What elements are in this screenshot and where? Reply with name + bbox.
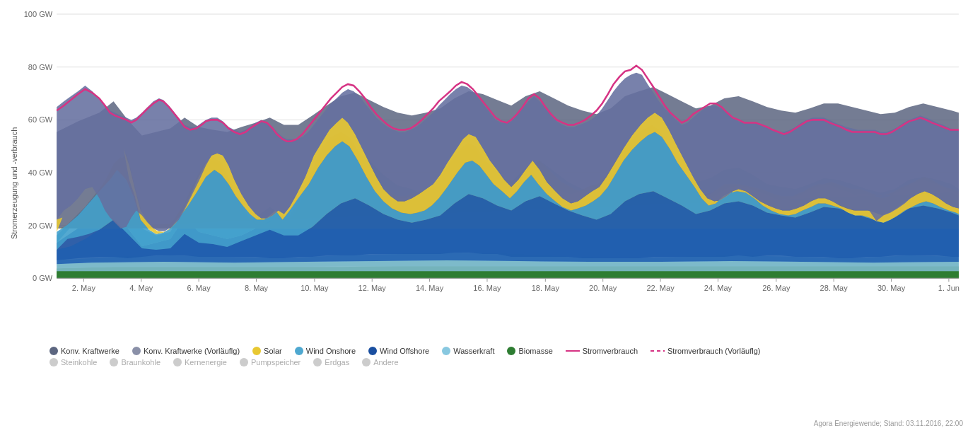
legend-label-biomasse: Biomasse (518, 347, 552, 355)
kernenergie-icon (173, 358, 182, 366)
legend-label-solar: Solar (264, 347, 282, 355)
legend-item-braunkohle: Braunkohle (110, 358, 161, 366)
legend-label-kernenergie: Kernenergie (185, 358, 227, 366)
svg-text:80 GW: 80 GW (28, 63, 53, 71)
svg-text:12. May: 12. May (358, 284, 387, 292)
legend-item-pumpspeicher: Pumpspeicher (240, 358, 301, 366)
legend-label-steinkohle: Steinkohle (61, 358, 97, 366)
braunkohle-icon (110, 358, 118, 366)
legend-item-konv-vorl: Konv. Kraftwerke (Vorläuflg) (132, 347, 240, 355)
legend-label-andere: Andere (373, 358, 398, 366)
legend-item-andere: Andere (362, 358, 398, 366)
svg-text:6. May: 6. May (187, 284, 211, 292)
svg-text:24. May: 24. May (704, 284, 733, 292)
stromverbrauch-icon (566, 350, 580, 352)
legend-label-konv: Konv. Kraftwerke (61, 347, 119, 355)
legend-item-solar: Solar (252, 347, 282, 355)
svg-text:26. May: 26. May (762, 284, 791, 292)
svg-text:4. May: 4. May (129, 284, 153, 292)
legend-item-steinkohle: Steinkohle (49, 358, 97, 366)
steinkohle-icon (49, 358, 58, 366)
wind-offshore-icon (368, 347, 377, 355)
erdgas-icon (313, 358, 322, 366)
svg-text:1. Jun: 1. Jun (938, 284, 959, 292)
legend-label-konv-vorl: Konv. Kraftwerke (Vorläuflg) (144, 347, 240, 355)
legend-row-2: Steinkohle Braunkohle Kernenergie Pumpsp… (49, 358, 966, 366)
watermark: Agora Energiewende; Stand: 03.11.2016, 2… (814, 420, 963, 427)
legend-label-wind-offshore: Wind Offshore (380, 347, 429, 355)
svg-text:60 GW: 60 GW (28, 115, 53, 124)
konv-kraftwerke-icon (49, 347, 58, 355)
legend-label-wasserkraft: Wasserkraft (453, 347, 494, 355)
legend-item-kernenergie: Kernenergie (173, 358, 227, 366)
legend-item-wasserkraft: Wasserkraft (442, 347, 494, 355)
svg-text:14. May: 14. May (416, 284, 444, 292)
legend-label-stromverbrauch-vorl: Stromverbrauch (Vorläuflg) (667, 347, 760, 355)
svg-marker-19 (57, 271, 959, 278)
svg-text:10. May: 10. May (301, 284, 329, 292)
legend-item-stromverbrauch-vorl: Stromverbrauch (Vorläuflg) (651, 347, 760, 355)
main-chart: 100 GW 80 GW 60 GW 40 GW 20 GW 0 GW (21, 7, 966, 342)
svg-text:8. May: 8. May (245, 284, 269, 292)
svg-text:20 GW: 20 GW (28, 221, 53, 230)
legend-label-erdgas: Erdgas (325, 358, 349, 366)
andere-icon (362, 358, 371, 366)
legend-label-braunkohle: Braunkohle (121, 358, 161, 366)
svg-text:28. May: 28. May (820, 284, 848, 292)
svg-text:22. May: 22. May (646, 284, 675, 292)
svg-text:30. May: 30. May (877, 284, 906, 292)
svg-text:100 GW: 100 GW (24, 10, 53, 18)
legend-label-stromverbrauch: Stromverbrauch (583, 347, 638, 355)
biomasse-icon (507, 347, 515, 355)
konv-kraftwerke-vorl-icon (132, 347, 141, 355)
legend-label-pumpspeicher: Pumpspeicher (251, 358, 301, 366)
legend-item-wind-offshore: Wind Offshore (368, 347, 429, 355)
legend-item-biomasse: Biomasse (507, 347, 552, 355)
legend-item-wind-onshore: Wind Onshore (295, 347, 356, 355)
wasserkraft-icon (442, 347, 450, 355)
svg-text:18. May: 18. May (532, 284, 560, 292)
legend-area: Konv. Kraftwerke Konv. Kraftwerke (Vorlä… (21, 342, 966, 366)
pumpspeicher-icon (240, 358, 248, 366)
legend-item-konv: Konv. Kraftwerke (49, 347, 119, 355)
y-axis-label: Stromerzeugung und -verbrauch (7, 7, 21, 366)
svg-text:40 GW: 40 GW (28, 168, 53, 177)
stromverbrauch-vorl-icon (651, 350, 665, 352)
legend-label-wind-onshore: Wind Onshore (306, 347, 356, 355)
svg-text:2. May: 2. May (72, 284, 96, 292)
solar-icon (252, 347, 261, 355)
legend-item-erdgas: Erdgas (313, 358, 349, 366)
legend-item-stromverbrauch: Stromverbrauch (566, 347, 638, 355)
svg-text:0 GW: 0 GW (33, 274, 53, 282)
svg-text:16. May: 16. May (473, 284, 501, 292)
wind-onshore-icon (295, 347, 303, 355)
chart-container: Stromerzeugung und -verbrauch 100 GW 80 … (0, 0, 980, 433)
legend-row-1: Konv. Kraftwerke Konv. Kraftwerke (Vorlä… (49, 347, 966, 355)
svg-text:20. May: 20. May (589, 284, 617, 292)
